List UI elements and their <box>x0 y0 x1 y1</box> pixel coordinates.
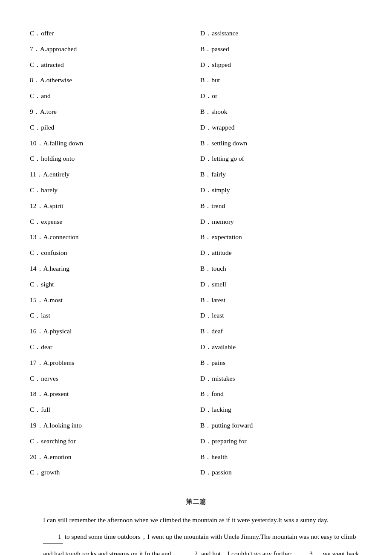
choice-left-10: C．barely <box>30 182 192 198</box>
choice-right-25: B．putting forward <box>200 418 362 434</box>
choice-right-5: B．shook <box>200 104 362 120</box>
choice-left-25: 19．A.looking into <box>30 418 192 434</box>
paragraph-2-text: to spend some time outdoors，I went up th… <box>65 533 356 540</box>
choice-left-9: 11．A.entirely <box>30 167 192 182</box>
choice-left-12: C．expense <box>30 214 192 230</box>
choice-right-23: B．fond <box>200 386 362 402</box>
choice-left-20: C．dear <box>30 339 192 355</box>
paragraph-2: 1 to spend some time outdoors，I went up … <box>30 530 362 543</box>
choice-right-11: B．trend <box>200 198 362 214</box>
choice-right-19: B．deaf <box>200 324 362 339</box>
choice-right-15: B．touch <box>200 261 362 277</box>
choice-right-21: B．pains <box>200 355 362 371</box>
choice-right-26: D．preparing for <box>200 434 362 449</box>
choice-left-28: C．growth <box>30 465 192 480</box>
choice-left-14: C．confusion <box>30 245 192 261</box>
choice-left-18: C．last <box>30 308 192 324</box>
choice-left-16: C．sight <box>30 277 192 292</box>
choice-left-2: C．attracted <box>30 57 192 73</box>
choice-left-21: 17．A.problems <box>30 355 192 371</box>
choice-left-15: 14．A.hearing <box>30 261 192 277</box>
choice-right-18: D．least <box>200 308 362 324</box>
choice-left-11: 12．A.spirit <box>30 198 192 214</box>
choice-left-1: 7．A.approached <box>30 41 192 57</box>
choice-left-17: 15．A.most <box>30 292 192 308</box>
choice-left-19: 16．A.physical <box>30 324 192 339</box>
choice-left-23: 18．A.present <box>30 386 192 402</box>
section-title: 第二篇 <box>30 497 362 506</box>
choice-right-20: D．available <box>200 339 362 355</box>
choice-left-6: C．piled <box>30 120 192 136</box>
choice-left-4: C．and <box>30 88 192 104</box>
choice-right-10: D．simply <box>200 182 362 198</box>
paragraph-3: and had tough rocks and streams on it.In… <box>30 547 362 555</box>
blank-3: 3 <box>294 547 314 555</box>
choice-right-16: D．smell <box>200 277 362 292</box>
choice-right-13: B．expectation <box>200 229 362 245</box>
choice-left-26: C．searching for <box>30 434 192 449</box>
choice-right-4: D．or <box>200 88 362 104</box>
choice-right-7: B．settling down <box>200 136 362 151</box>
choice-right-17: B．latest <box>200 292 362 308</box>
choice-left-3: 8．A.otherwise <box>30 72 192 88</box>
choice-right-1: B．passed <box>200 41 362 57</box>
choice-right-2: D．slipped <box>200 57 362 73</box>
choice-right-22: D．mistakes <box>200 371 362 387</box>
choice-left-8: C．holding onto <box>30 151 192 167</box>
choice-right-27: B．health <box>200 449 362 465</box>
choice-right-0: D．assistance <box>200 26 362 41</box>
choice-left-27: 20．A.emotion <box>30 449 192 465</box>
blank-2: 2 <box>179 547 199 555</box>
choice-right-24: D．lacking <box>200 402 362 418</box>
choice-grid: C．offerD．assistance7．A.approachedB．passe… <box>30 26 362 480</box>
choice-left-5: 9．A.tore <box>30 104 192 120</box>
paragraph-1: I can still remember the afternoon when … <box>30 513 362 526</box>
choice-right-6: D．wrapped <box>200 120 362 136</box>
divider <box>30 480 362 497</box>
choice-left-24: C．full <box>30 402 192 418</box>
choice-right-14: D．attitude <box>200 245 362 261</box>
choice-left-7: 10．A.falling down <box>30 136 192 151</box>
choice-right-12: D．memory <box>200 214 362 230</box>
choice-left-13: 13．A.connection <box>30 229 192 245</box>
choice-right-28: D．passion <box>200 465 362 480</box>
choice-right-8: D．letting go of <box>200 151 362 167</box>
choice-right-3: B．but <box>200 72 362 88</box>
blank-1: 1 <box>43 530 63 543</box>
choice-left-0: C．offer <box>30 26 192 41</box>
content-area: C．offerD．assistance7．A.approachedB．passe… <box>30 26 362 555</box>
choice-left-22: C．nerves <box>30 371 192 387</box>
choice-right-9: B．fairly <box>200 167 362 182</box>
